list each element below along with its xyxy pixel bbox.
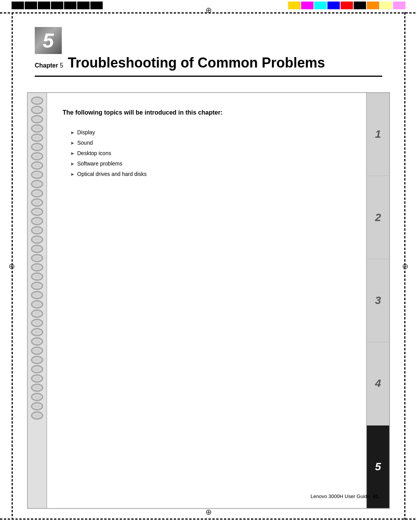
spiral-ring-14 bbox=[31, 217, 43, 225]
spiral-ring-23 bbox=[31, 300, 43, 309]
spiral-ring-32 bbox=[31, 383, 43, 392]
spiral-ring-9 bbox=[31, 171, 43, 179]
notebook-content: The following topics will be introduced … bbox=[47, 93, 366, 508]
top-color-bar-right bbox=[288, 2, 405, 9]
color-block-light-magenta bbox=[393, 2, 405, 9]
topic-desktop-icons: Desktop icons bbox=[77, 149, 111, 157]
color-block-light-yellow bbox=[380, 2, 392, 9]
tab-item-3: 3 bbox=[367, 259, 389, 342]
arrow-icon-desktop-icons: ➤ bbox=[70, 150, 74, 157]
spiral-ring-12 bbox=[31, 198, 43, 207]
spiral-ring-15 bbox=[31, 226, 43, 235]
spiral-ring-19 bbox=[31, 263, 43, 272]
spiral-ring-21 bbox=[31, 282, 43, 290]
arrow-icon-optical-drives: ➤ bbox=[70, 171, 74, 178]
spiral-ring-6 bbox=[31, 143, 43, 151]
chapter-main-title: Troubleshooting of Common Problems bbox=[68, 55, 325, 71]
topic-display: Display bbox=[77, 128, 95, 137]
chapter-number-box: 5 bbox=[35, 27, 62, 54]
color-block-blue bbox=[327, 2, 340, 9]
page-content: 5 Chapter 5 Troubleshooting of Common Pr… bbox=[15, 15, 402, 517]
spiral-ring-22 bbox=[31, 291, 43, 299]
notebook-area: The following topics will be introduced … bbox=[27, 92, 390, 509]
topics-list: ➤ Display ➤ Sound ➤ Desktop icons ➤ Soft… bbox=[70, 128, 354, 178]
top-crosshair: ⊕ bbox=[205, 5, 212, 15]
spiral-ring-7 bbox=[31, 152, 43, 160]
right-tab-strip: 1 2 3 4 5 bbox=[366, 93, 389, 508]
border-line-bottom bbox=[0, 518, 417, 520]
color-block-cyan bbox=[314, 2, 327, 9]
color-block-black-6 bbox=[77, 2, 90, 9]
spiral-binding bbox=[28, 93, 47, 508]
spiral-ring-28 bbox=[31, 346, 43, 355]
chapter-label-word: Chapter bbox=[35, 62, 58, 69]
spiral-ring-31 bbox=[31, 374, 43, 383]
list-item-software-problems: ➤ Software problems bbox=[70, 160, 354, 168]
spiral-ring-27 bbox=[31, 337, 43, 346]
color-block-black-7 bbox=[90, 2, 103, 9]
spiral-ring-20 bbox=[31, 272, 43, 281]
spiral-ring-3 bbox=[31, 115, 43, 123]
spiral-ring-17 bbox=[31, 245, 43, 253]
tab-item-4: 4 bbox=[367, 342, 389, 425]
spiral-ring-24 bbox=[31, 309, 43, 318]
list-item-optical-drives: ➤ Optical drives and hard disks bbox=[70, 170, 354, 178]
list-item-sound: ➤ Sound bbox=[70, 139, 354, 147]
color-block-black-r bbox=[354, 2, 366, 9]
chapter-header: 5 Chapter 5 Troubleshooting of Common Pr… bbox=[15, 15, 402, 77]
page-number: 41 bbox=[373, 493, 378, 499]
spiral-ring-35 bbox=[31, 411, 43, 420]
color-block-red bbox=[341, 2, 353, 9]
topic-optical-drives: Optical drives and hard disks bbox=[77, 170, 147, 178]
color-block-black-4 bbox=[51, 2, 63, 9]
arrow-icon-display: ➤ bbox=[70, 129, 74, 136]
spiral-ring-18 bbox=[31, 254, 43, 262]
spiral-ring-16 bbox=[31, 235, 43, 244]
color-block-black-1 bbox=[12, 2, 24, 9]
left-crosshair: ⊕ bbox=[8, 262, 15, 271]
color-block-magenta bbox=[301, 2, 314, 9]
chapter-label-num: 5 bbox=[60, 62, 63, 69]
spiral-ring-30 bbox=[31, 365, 43, 373]
right-crosshair: ⊕ bbox=[402, 262, 409, 271]
color-block-black-3 bbox=[38, 2, 50, 9]
spiral-ring-29 bbox=[31, 356, 43, 364]
list-item-display: ➤ Display bbox=[70, 128, 354, 137]
spiral-ring-4 bbox=[31, 124, 43, 133]
spiral-ring-26 bbox=[31, 328, 43, 336]
color-block-black-2 bbox=[25, 2, 37, 9]
notebook-intro-text: The following topics will be introduced … bbox=[63, 108, 354, 117]
page-footer: Lenovo 3000H User Guide 41 bbox=[310, 493, 378, 499]
spiral-ring-13 bbox=[31, 208, 43, 216]
list-item-desktop-icons: ➤ Desktop icons bbox=[70, 149, 354, 157]
topic-sound: Sound bbox=[77, 139, 93, 147]
chapter-label: Chapter 5 bbox=[35, 62, 63, 69]
footer-text: Lenovo 3000H User Guide bbox=[310, 493, 370, 499]
spiral-ring-11 bbox=[31, 189, 43, 198]
chapter-title-row: Chapter 5 Troubleshooting of Common Prob… bbox=[35, 55, 382, 77]
page-outer: ⊕ ⊕ ⊕ ⊕ 5 Chapter 5 Troubleshooting of C… bbox=[0, 0, 417, 532]
spiral-ring-2 bbox=[31, 106, 43, 114]
topic-software-problems: Software problems bbox=[77, 160, 122, 168]
tab-item-2: 2 bbox=[367, 176, 389, 259]
spiral-ring-10 bbox=[31, 180, 43, 188]
spiral-ring-8 bbox=[31, 161, 43, 170]
spiral-ring-1 bbox=[31, 96, 43, 105]
color-block-black-5 bbox=[64, 2, 76, 9]
arrow-icon-sound: ➤ bbox=[70, 140, 74, 147]
color-block-orange bbox=[367, 2, 379, 9]
color-block-yellow bbox=[288, 2, 300, 9]
top-color-bar-left bbox=[12, 2, 103, 9]
spiral-ring-25 bbox=[31, 319, 43, 327]
tab-item-1: 1 bbox=[367, 93, 389, 176]
arrow-icon-software-problems: ➤ bbox=[70, 160, 74, 167]
spiral-ring-5 bbox=[31, 133, 43, 142]
spiral-ring-33 bbox=[31, 393, 43, 401]
spiral-ring-34 bbox=[31, 402, 43, 410]
